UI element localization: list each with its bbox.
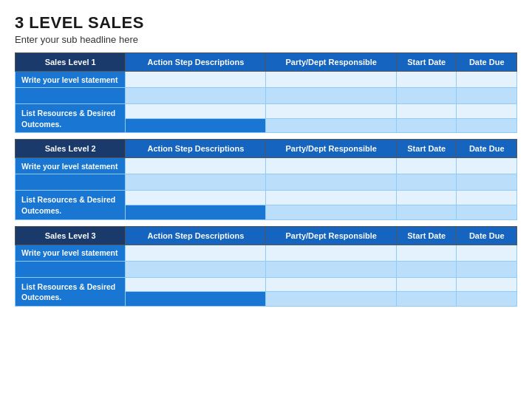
sales-table-2: Sales Level 2 Action Step Descriptions P… [15,139,517,219]
row-cell [457,118,517,133]
table-row: Write your level statement [16,158,517,174]
table-row: List Resources & DesiredOutcomes. [16,104,517,119]
table-row: List Resources & DesiredOutcomes. [16,191,517,205]
table-row [16,88,517,104]
row-label: Write your level statement [16,158,126,174]
row-cell [457,261,517,277]
row-label: Write your level statement [16,245,126,261]
header-col1-t2: Sales Level 2 [16,140,126,158]
table-row [16,261,517,277]
header-col1-t1: Sales Level 1 [16,53,126,72]
header-col5-t1: Date Due [457,53,517,72]
row-cell [266,104,397,119]
row-cell [266,174,397,191]
row-cell [126,72,266,88]
row-cell [266,245,397,261]
row-cell [457,104,517,119]
header-row-2: Sales Level 2 Action Step Descriptions P… [16,140,517,158]
row-cell [397,118,457,133]
row-cell [126,261,266,277]
row-cell [397,191,457,205]
row-cell [126,158,266,174]
row-cell [126,174,266,191]
sales-table-1: Sales Level 1 Action Step Descriptions P… [15,52,517,133]
row-cell [126,205,266,220]
row-cell [397,277,457,292]
header-col4-t3: Start Date [397,226,457,245]
table-row [16,174,517,191]
row-cell [457,191,517,205]
row-cell [457,245,517,261]
row-label: Write your level statement [16,72,126,88]
header-col4-t1: Start Date [397,53,457,72]
row-cell [266,191,397,205]
row-cell [397,174,457,191]
sub-headline: Enter your sub headline here [15,34,517,45]
row-cell [457,158,517,174]
row-cell [126,104,266,119]
row-cell [397,205,457,220]
row-cell [266,292,397,307]
sales-table-3: Sales Level 3 Action Step Descriptions P… [15,226,517,307]
row-cell [266,205,397,220]
row-cell [266,277,397,292]
tables-container: Sales Level 1 Action Step Descriptions P… [15,52,517,390]
header-col2-t1: Action Step Descriptions [126,53,266,72]
row-cell [266,88,397,104]
row-label [16,174,126,191]
row-cell [266,118,397,133]
row-cell [126,277,266,292]
row-label: List Resources & DesiredOutcomes. [16,104,126,133]
header-row-1: Sales Level 1 Action Step Descriptions P… [16,53,517,72]
table-row: List Resources & DesiredOutcomes. [16,277,517,292]
row-cell [126,118,266,133]
row-cell [126,245,266,261]
header-col2-t2: Action Step Descriptions [126,140,266,158]
row-cell [397,158,457,174]
header-col5-t2: Date Due [457,140,517,158]
header-col2-t3: Action Step Descriptions [126,226,266,245]
header-col3-t2: Party/Dept Responsible [266,140,397,158]
page: 3 LEVEL SALES Enter your sub headline he… [0,0,532,399]
row-cell [457,292,517,307]
row-label [16,88,126,104]
row-cell [397,292,457,307]
header-row-3: Sales Level 3 Action Step Descriptions P… [16,226,517,245]
row-cell [266,72,397,88]
row-cell [457,174,517,191]
row-label: List Resources & DesiredOutcomes. [16,277,126,306]
row-cell [457,277,517,292]
table-row: Write your level statement [16,72,517,88]
row-cell [126,191,266,205]
header-col1-t3: Sales Level 3 [16,226,126,245]
row-cell [397,88,457,104]
row-cell [457,88,517,104]
table-row: Write your level statement [16,245,517,261]
row-cell [397,261,457,277]
row-label [16,261,126,277]
row-cell [126,292,266,307]
row-cell [457,205,517,220]
row-cell [126,88,266,104]
header-col5-t3: Date Due [457,226,517,245]
row-label: List Resources & DesiredOutcomes. [16,191,126,219]
header-col4-t2: Start Date [397,140,457,158]
row-cell [397,245,457,261]
header-col3-t1: Party/Dept Responsible [266,53,397,72]
row-cell [457,72,517,88]
row-cell [266,261,397,277]
row-cell [397,72,457,88]
row-cell [397,104,457,119]
row-cell [266,158,397,174]
header-col3-t3: Party/Dept Responsible [266,226,397,245]
main-title: 3 LEVEL SALES [15,13,517,33]
